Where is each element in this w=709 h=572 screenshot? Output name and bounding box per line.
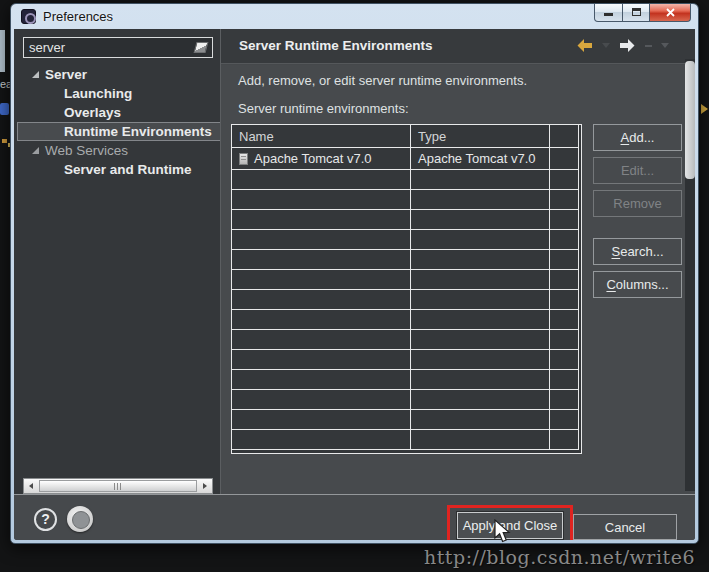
- table-label: Server runtime environments:: [238, 101, 409, 116]
- watermark: http://blog.csdn.net/write6: [424, 546, 695, 568]
- maximize-button[interactable]: [622, 4, 650, 22]
- table-empty-row: [232, 330, 579, 350]
- remove-button: Remove: [593, 190, 682, 217]
- table-empty-row: [232, 370, 579, 390]
- record-preferences-button[interactable]: [67, 506, 93, 532]
- page-header: Server Runtime Environments: [221, 29, 695, 64]
- table-row[interactable]: Apache Tomcat v7.0Apache Tomcat v7.0: [232, 148, 579, 170]
- column-header-name[interactable]: Name: [232, 125, 411, 148]
- table-empty-row: [232, 390, 579, 410]
- table-empty-row: [232, 210, 579, 230]
- table-empty-row: [232, 430, 579, 450]
- forward-history-dropdown-icon: [645, 45, 652, 47]
- scroll-left-icon[interactable]: [24, 479, 38, 493]
- table-empty-row: [232, 290, 579, 310]
- cell-type: Apache Tomcat v7.0: [411, 148, 550, 170]
- tree-horizontal-scrollbar[interactable]: [23, 478, 213, 494]
- preferences-app-icon: [21, 9, 36, 24]
- back-history-dropdown-icon[interactable]: [602, 43, 610, 48]
- cell-name: Apache Tomcat v7.0: [232, 148, 411, 170]
- scroll-right-icon[interactable]: [198, 479, 212, 493]
- runtime-environments-page: Add, remove, or edit server runtime envi…: [221, 65, 695, 494]
- tree-item-label: Web Services: [45, 143, 128, 158]
- columns-button[interactable]: Columns...: [593, 271, 682, 298]
- close-button[interactable]: [649, 4, 691, 22]
- expander-icon[interactable]: [32, 71, 39, 78]
- table-actions: Add...Edit...RemoveSearch...Columns...: [593, 124, 682, 298]
- table-empty-row: [232, 250, 579, 270]
- titlebar[interactable]: Preferences: [11, 4, 698, 29]
- vertical-scrollbar[interactable]: [685, 59, 695, 491]
- edit-button: Edit...: [593, 157, 682, 184]
- page-title: Server Runtime Environments: [239, 38, 433, 53]
- tree-item-label: Launching: [64, 86, 132, 101]
- tree-item-label: Runtime Environments: [64, 124, 212, 139]
- column-header-extra: [550, 125, 579, 148]
- cell-extra: [550, 148, 579, 170]
- page-description: Add, remove, or edit server runtime envi…: [238, 73, 527, 88]
- table-header-row: NameType: [232, 125, 579, 148]
- preferences-dialog: Preferences ServerLaunchingOverlaysRunti…: [10, 3, 699, 544]
- minimize-button[interactable]: [594, 4, 623, 22]
- view-menu-icon[interactable]: [661, 43, 669, 48]
- table-empty-row: [232, 310, 579, 330]
- scrollbar-thumb[interactable]: [685, 61, 695, 179]
- background-fragment: [0, 30, 5, 72]
- tree-item-label: Overlays: [64, 105, 121, 120]
- button-bar: ? Apply and Close Cancel: [14, 494, 695, 540]
- background-icon-fragment: [0, 103, 9, 115]
- scrollbar-thumb[interactable]: [39, 480, 197, 492]
- window-title: Preferences: [43, 9, 113, 24]
- filter-box: [23, 37, 213, 58]
- help-button[interactable]: ?: [34, 508, 57, 531]
- background-fragment: [701, 104, 708, 114]
- table-empty-row: [232, 230, 579, 250]
- filter-input[interactable]: [24, 38, 212, 57]
- tree-item-label: Server: [45, 67, 87, 82]
- column-header-type[interactable]: Type: [411, 125, 550, 148]
- cancel-button[interactable]: Cancel: [573, 514, 677, 540]
- forward-history-icon[interactable]: [619, 39, 636, 52]
- table-empty-row: [232, 170, 579, 190]
- table-empty-row: [232, 410, 579, 430]
- table-empty-row: [232, 350, 579, 370]
- mouse-cursor: [494, 519, 512, 545]
- runtime-table[interactable]: NameTypeApache Tomcat v7.0Apache Tomcat …: [231, 124, 582, 454]
- background-fragment: [2, 139, 7, 143]
- dialog-client-area: ServerLaunchingOverlaysRuntime Environme…: [14, 29, 695, 540]
- maximize-icon: [632, 8, 641, 16]
- table-empty-row: [232, 270, 579, 290]
- expander-icon[interactable]: [32, 147, 39, 154]
- tree-item-label: Server and Runtime: [64, 162, 192, 177]
- back-history-icon[interactable]: [576, 39, 593, 52]
- minimize-icon: [604, 13, 613, 16]
- table-empty-row: [232, 190, 579, 210]
- search-button[interactable]: Search...: [593, 238, 682, 265]
- close-icon: [665, 8, 676, 18]
- add-button[interactable]: Add...: [593, 124, 682, 151]
- server-icon: [239, 153, 248, 165]
